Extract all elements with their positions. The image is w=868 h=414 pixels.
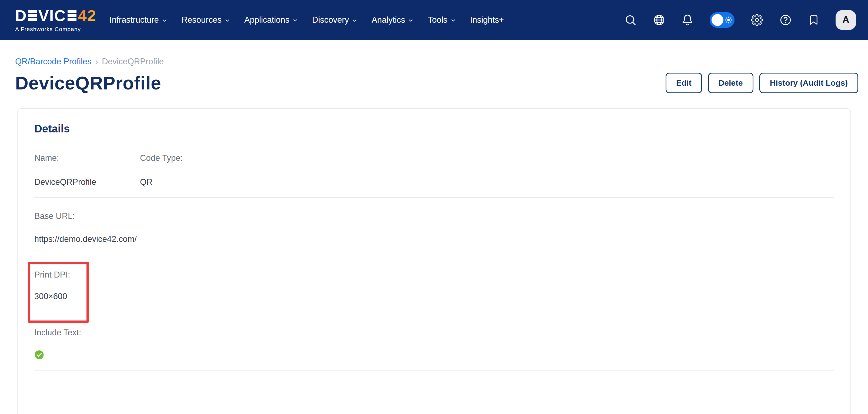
page-title: DeviceQRProfile: [15, 72, 161, 94]
nav-item-resources[interactable]: Resources: [182, 15, 230, 25]
base-url-value: https://demo.device42.com/: [34, 233, 834, 245]
include-text-label: Include Text:: [34, 326, 82, 340]
field-base-url: Base URL: https://demo.device42.com/: [34, 210, 834, 245]
details-row-1: Name: DeviceQRProfile Code Type: QR: [34, 152, 834, 188]
details-card: Details Name: DeviceQRProfile Code Type:…: [17, 108, 851, 414]
base-url-label: Base URL:: [34, 210, 834, 222]
device42-logo[interactable]: DVIC42 A Freshworks Company: [15, 8, 96, 32]
chevron-down-icon: [450, 18, 456, 24]
avatar[interactable]: A: [836, 10, 856, 30]
help-button[interactable]: [779, 14, 792, 26]
theme-toggle[interactable]: [710, 12, 735, 28]
search-icon: [624, 14, 637, 26]
print-dpi-value: 300×600: [34, 290, 99, 302]
topbar-icon-group: A: [624, 10, 856, 30]
nav-item-tools[interactable]: Tools: [428, 15, 456, 25]
main-nav: Infrastructure Resources Applications Di…: [110, 15, 504, 25]
gear-icon: [751, 14, 763, 26]
toggle-knob: [712, 14, 723, 26]
code-type-value: QR: [140, 176, 183, 188]
history-audit-logs-button[interactable]: History (Audit Logs): [760, 73, 858, 93]
nav-item-discovery[interactable]: Discovery: [312, 15, 358, 25]
chevron-down-icon: [224, 18, 230, 24]
breadcrumb: QR/Barcode Profiles › DeviceQRProfile: [15, 57, 868, 66]
include-text-value: [34, 350, 99, 360]
logo-e-glyph: [67, 10, 76, 21]
divider: [34, 371, 834, 371]
settings-button[interactable]: [751, 14, 763, 26]
name-label: Name:: [34, 152, 140, 164]
delete-button[interactable]: Delete: [708, 73, 753, 93]
check-circle-icon: [34, 350, 44, 360]
nav-item-infrastructure[interactable]: Infrastructure: [110, 15, 167, 25]
breadcrumb-separator: ›: [95, 57, 98, 66]
logo-tagline: A Freshworks Company: [15, 26, 96, 32]
nav-item-analytics[interactable]: Analytics: [372, 15, 414, 25]
breadcrumb-current: DeviceQRProfile: [102, 57, 164, 66]
divider: [34, 255, 834, 255]
code-type-label: Code Type:: [140, 152, 183, 164]
edit-button[interactable]: Edit: [665, 73, 702, 93]
search-button[interactable]: [624, 14, 637, 26]
logo-letter: D: [15, 8, 27, 24]
name-value: DeviceQRProfile: [34, 176, 140, 188]
chevron-down-icon: [408, 18, 414, 24]
top-nav-bar: DVIC42 A Freshworks Company Infrastructu…: [0, 0, 868, 40]
device42-wordmark: DVIC42: [15, 8, 96, 24]
chevron-down-icon: [351, 18, 358, 24]
notifications-button[interactable]: [682, 14, 693, 26]
logo-42: 42: [78, 8, 97, 24]
sun-icon: [724, 16, 733, 24]
bookmark-icon: [808, 14, 819, 26]
field-name: Name: DeviceQRProfile: [34, 152, 140, 188]
field-include-text: Include Text:: [34, 326, 99, 360]
help-icon: [779, 14, 792, 26]
globe-icon: [653, 14, 665, 26]
language-button[interactable]: [653, 14, 665, 26]
field-print-dpi: Print DPI: 300×600: [34, 268, 99, 302]
print-dpi-label: Print DPI:: [34, 268, 82, 282]
nav-item-applications[interactable]: Applications: [244, 15, 298, 25]
divider: [34, 313, 834, 313]
details-heading: Details: [34, 123, 834, 135]
logo-letters: VIC: [38, 8, 66, 24]
logo-e-glyph: [28, 10, 37, 21]
divider: [34, 197, 834, 198]
chevron-down-icon: [292, 18, 298, 24]
page-header-row: DeviceQRProfile Edit Delete History (Aud…: [0, 72, 868, 94]
bell-icon: [682, 14, 693, 26]
bookmarks-button[interactable]: [808, 14, 819, 26]
page-actions: Edit Delete History (Audit Logs): [665, 73, 858, 93]
field-code-type: Code Type: QR: [140, 152, 183, 188]
nav-item-insights[interactable]: Insights+: [470, 15, 504, 25]
breadcrumb-link-qr-barcode-profiles[interactable]: QR/Barcode Profiles: [15, 57, 92, 66]
chevron-down-icon: [162, 18, 167, 24]
